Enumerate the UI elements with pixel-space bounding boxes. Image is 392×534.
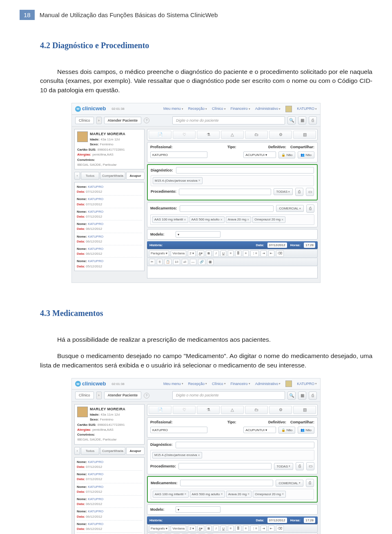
toolbar-flask-icon[interactable]: ⚗ xyxy=(197,406,220,414)
editor-align-left-icon[interactable]: ≡ xyxy=(228,250,234,256)
editor-indent-icon[interactable]: ⇥ xyxy=(261,250,267,256)
toolbar-chart-icon[interactable]: ▧ xyxy=(293,406,316,414)
editor-underline-button[interactable]: U xyxy=(220,525,226,532)
editor-copy-icon[interactable]: ⎘ xyxy=(157,259,163,265)
definitivo-nao-button[interactable]: 🔒 Não xyxy=(278,427,295,434)
medication-chip[interactable]: AAS 500 mg adulto × xyxy=(190,491,225,498)
doc-icon[interactable]: ▭ xyxy=(306,462,314,470)
tab-todos[interactable]: Todos xyxy=(81,447,99,455)
procedimento-input[interactable] xyxy=(179,189,271,195)
diagnostico-input[interactable] xyxy=(176,442,314,448)
editor-align-center-icon[interactable]: ≣ xyxy=(235,525,241,532)
toolbar-heart-icon[interactable]: ♡ xyxy=(173,406,196,414)
patient-search-input[interactable]: Digite o nome do paciente xyxy=(172,116,285,125)
tipo-select[interactable]: ACUPUNTUI ▾ xyxy=(243,151,276,158)
top-menu-item[interactable]: Financeiro ▾ xyxy=(231,381,250,387)
top-menu-item[interactable]: Administrativo ▾ xyxy=(255,106,281,111)
editor-underline-button[interactable]: U xyxy=(220,250,226,256)
historia-hours-input[interactable]: 17:28 xyxy=(304,243,315,248)
diagnostico-input[interactable] xyxy=(176,167,314,174)
modelo-select[interactable]: ▾ xyxy=(176,506,220,513)
compartilhar-nao-button[interactable]: 👥 Não xyxy=(298,151,314,158)
app-logo[interactable]: wclinicweb xyxy=(75,105,106,112)
close-icon[interactable]: × xyxy=(282,492,284,497)
editor-list-icon[interactable]: ⋮≡ xyxy=(250,525,259,532)
medication-chip[interactable]: AAS 500 mg adulto × xyxy=(189,216,225,223)
avatar[interactable] xyxy=(285,380,292,387)
editor-cut-icon[interactable]: ✂ xyxy=(149,259,155,265)
print-icon[interactable]: ⎙ xyxy=(309,116,317,125)
diagnostico-chip[interactable]: M15.4-(Osteo)artrose erosiva × xyxy=(152,452,202,459)
medication-chip[interactable]: Arava 20 mg × xyxy=(226,216,252,223)
editor-table-icon[interactable]: ▦ xyxy=(207,259,214,265)
toolbar-cog-icon[interactable]: ⚙ xyxy=(269,406,292,414)
tab-acupuntura[interactable]: Acupur xyxy=(126,172,145,180)
help-icon[interactable]: ? xyxy=(144,393,149,398)
historia-hours-input[interactable]: 17:28 xyxy=(304,518,315,523)
medicamentos-input[interactable] xyxy=(180,205,274,212)
font-size-select[interactable]: 2 ▾ xyxy=(188,525,196,532)
editor-font-color-icon[interactable]: A▾ xyxy=(197,525,204,532)
tab-prev-button[interactable]: ‹ xyxy=(74,447,80,455)
breadcrumb-clinico[interactable]: Clínico xyxy=(75,392,94,399)
history-entry[interactable]: Nome: KATUPRO Data: 06/12/2012 xyxy=(77,521,142,533)
list-icon[interactable]: ▦ xyxy=(298,116,306,125)
medicamentos-input[interactable] xyxy=(180,480,274,486)
help-icon[interactable]: ? xyxy=(144,118,149,123)
procedimento-todas-select[interactable]: TODAS ▾ xyxy=(274,463,293,470)
medication-chip[interactable]: Omeprazol 20 mg × xyxy=(253,491,286,498)
search-icon[interactable]: 🔍 xyxy=(287,116,296,125)
historia-editor-body[interactable] xyxy=(147,266,318,278)
doc-icon[interactable]: ▭ xyxy=(306,188,314,196)
tab-prev-button[interactable]: ‹ xyxy=(74,172,80,180)
history-entry[interactable]: Nome: KATUPRO Data: 07/12/2012 xyxy=(77,183,142,196)
breadcrumb-clinico[interactable]: Clínico xyxy=(75,117,94,125)
print-icon[interactable]: ⎙ xyxy=(296,462,304,470)
avatar[interactable] xyxy=(285,106,292,112)
editor-clear-icon[interactable]: ⌫ xyxy=(276,250,284,256)
editor-ol-icon[interactable]: 1≡ xyxy=(173,259,180,265)
medicamentos-comercial-select[interactable]: COMERCIAL ▾ xyxy=(276,480,303,487)
user-menu[interactable]: KATUPRO ▾ xyxy=(297,381,317,387)
toolbar-folder-icon[interactable]: 🗀 xyxy=(245,131,268,139)
medication-chip[interactable]: Omeprazol 20 mg × xyxy=(252,216,285,223)
top-menu-item[interactable]: Meu menu ▾ xyxy=(163,106,183,111)
editor-hr-icon[interactable]: — xyxy=(190,259,196,265)
close-icon[interactable]: × xyxy=(247,217,249,222)
history-entry[interactable]: Nome: KATUPRO Data: 06/12/2012 xyxy=(77,508,142,520)
close-icon[interactable]: × xyxy=(198,178,200,183)
editor-align-center-icon[interactable]: ≣ xyxy=(235,250,241,256)
diagnostico-chip[interactable]: M15.4-(Osteo)artrose erosiva × xyxy=(153,177,203,184)
medication-chip[interactable]: Arava 20 mg × xyxy=(226,491,252,498)
profissional-select[interactable]: KATUPRO xyxy=(150,427,207,433)
definitivo-nao-button[interactable]: 🔒 Não xyxy=(278,151,295,158)
history-entry[interactable]: Nome: KATUPRO Data: 07/12/2012 xyxy=(77,458,142,471)
editor-paste-icon[interactable]: 📋 xyxy=(164,259,172,265)
editor-align-right-icon[interactable]: ≡ xyxy=(243,250,249,256)
tab-todos[interactable]: Todos xyxy=(81,172,99,180)
editor-align-left-icon[interactable]: ≡ xyxy=(228,525,234,532)
profissional-select[interactable]: KATUPRO xyxy=(150,151,207,158)
close-icon[interactable]: × xyxy=(198,453,200,458)
print-icon[interactable]: ⎙ xyxy=(306,205,314,213)
close-icon[interactable]: × xyxy=(247,492,249,497)
procedimento-input[interactable] xyxy=(178,463,272,469)
compartilhar-nao-button[interactable]: 👥 Não xyxy=(298,427,314,434)
patient-search-input[interactable]: Digite o nome do paciente xyxy=(172,391,285,400)
editor-list-icon[interactable]: ⋮≡ xyxy=(250,250,259,256)
list-icon[interactable]: ▦ xyxy=(298,392,306,400)
editor-outdent-icon[interactable]: ⇤ xyxy=(268,525,274,532)
historia-date-input[interactable]: 07/12/2012 xyxy=(267,243,287,248)
font-select[interactable]: Verdana xyxy=(171,525,186,532)
toolbar-warn-icon[interactable]: △ xyxy=(221,131,244,139)
history-entry[interactable]: Nome: KATUPRO Data: 06/12/2012 xyxy=(77,233,142,245)
top-menu-item[interactable]: Clínico ▾ xyxy=(212,106,226,111)
history-entry[interactable]: Nome: KATUPRO Data: 07/12/2012 xyxy=(77,483,142,496)
history-entry[interactable]: Nome: KATUPRO Data: 05/12/2012 xyxy=(77,258,142,269)
history-entry[interactable]: Nome: KATUPRO Data: 06/12/2012 xyxy=(77,496,142,508)
breadcrumb-atender[interactable]: Atender Paciente xyxy=(104,117,142,125)
editor-clear-icon[interactable]: ⌫ xyxy=(276,525,284,532)
history-entry[interactable]: Nome: KATUPRO Data: 07/12/2012 xyxy=(77,471,142,483)
history-entry[interactable]: Nome: KATUPRO Data: 07/12/2012 xyxy=(77,196,142,208)
print-icon[interactable]: ⎙ xyxy=(309,392,317,400)
